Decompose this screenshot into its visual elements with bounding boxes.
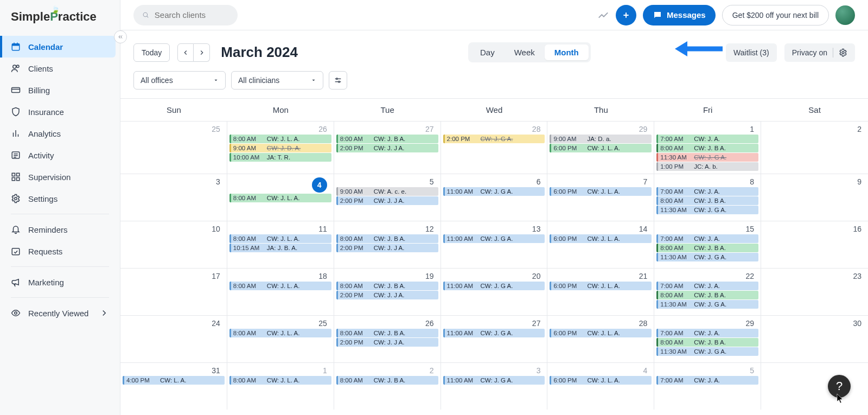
calendar-cell[interactable]: 268:00 AMCW: J. L. A.9:00 AMCW: J. D. A.… bbox=[227, 122, 334, 174]
calendar-event[interactable]: 10:15 AMJA: J. B. A. bbox=[229, 244, 331, 252]
calendar-cell[interactable]: 198:00 AMCW: J. B A.2:00 PMCW: J. J A. bbox=[334, 269, 441, 315]
calendar-cell[interactable]: 118:00 AMCW: J. L. A.10:15 AMJA: J. B. A… bbox=[227, 221, 334, 268]
calendar-cell[interactable]: 2 bbox=[761, 122, 868, 174]
calendar-event[interactable]: 8:00 AMCW: J. B A. bbox=[336, 329, 438, 337]
calendar-cell[interactable]: 59:00 AMCW: A. c. e.2:00 PMCW: J. J A. bbox=[334, 174, 441, 221]
calendar-cell[interactable]: 146:00 PMCW: J. L. A. bbox=[547, 221, 654, 268]
calendar-event[interactable]: 6:00 PMCW: J. L. A. bbox=[550, 187, 652, 196]
calendar-cell[interactable]: 18:00 AMCW: J. L. A. bbox=[227, 363, 334, 410]
calendar-event[interactable]: 9:00 AMJA: D. a. bbox=[550, 135, 652, 143]
nav-clients[interactable]: Clients bbox=[4, 58, 116, 79]
calendar-event[interactable]: 6:00 PMCW: J. L. A. bbox=[550, 329, 652, 337]
calendar-event[interactable]: 8:00 AMCW: J. L. A. bbox=[229, 282, 331, 290]
nav-settings[interactable]: Settings bbox=[4, 188, 116, 209]
calendar-event[interactable]: 2:00 PMCW: J. G A. bbox=[443, 135, 545, 143]
calendar-cell[interactable]: 314:00 PMCW: L. A. bbox=[120, 363, 227, 410]
calendar-event[interactable]: 6:00 PMCW: J. L. A. bbox=[550, 376, 652, 385]
calendar-event[interactable]: 11:00 AMCW: J. G A. bbox=[443, 234, 545, 243]
calendar-event[interactable]: 7:00 AMCW: J. A. bbox=[656, 187, 758, 196]
clinicians-select[interactable]: All clinicians bbox=[231, 71, 323, 90]
calendar-event[interactable]: 8:00 AMCW: J. B A. bbox=[336, 282, 438, 290]
calendar-cell[interactable]: 28:00 AMCW: J. B A. bbox=[334, 363, 441, 410]
next-button[interactable] bbox=[194, 43, 210, 62]
promo-button[interactable]: Get $200 off your next bill bbox=[722, 5, 829, 25]
calendar-cell[interactable]: 299:00 AMJA: D. a.6:00 PMCW: J. L. A. bbox=[547, 122, 654, 174]
calendar-cell[interactable]: 128:00 AMCW: J. B A.2:00 PMCW: J. J A. bbox=[334, 221, 441, 268]
calendar-event[interactable]: 4:00 PMCW: L. A. bbox=[123, 376, 225, 385]
calendar-event[interactable]: 7:00 AMCW: J. A. bbox=[656, 234, 758, 243]
calendar-event[interactable]: 8:00 AMCW: J. B A. bbox=[336, 135, 438, 143]
calendar-cell[interactable]: 10 bbox=[120, 221, 227, 268]
calendar-cell[interactable]: 48:00 AMCW: J. L. A. bbox=[227, 174, 334, 221]
calendar-cell[interactable]: 297:00 AMCW: J. A.8:00 AMCW: J. B A.11:3… bbox=[654, 316, 761, 362]
calendar-cell[interactable]: 87:00 AMCW: J. A.8:00 AMCW: J. B A.11:30… bbox=[654, 174, 761, 221]
calendar-cell[interactable]: 9 bbox=[761, 174, 868, 221]
nav-reminders[interactable]: Reminders bbox=[4, 219, 116, 240]
nav-analytics[interactable]: Analytics bbox=[4, 123, 116, 144]
calendar-cell[interactable]: 188:00 AMCW: J. L. A. bbox=[227, 269, 334, 315]
calendar-cell[interactable]: 46:00 PMCW: J. L. A. bbox=[547, 363, 654, 410]
waitlist-button[interactable]: Waitlist (3) bbox=[726, 43, 777, 62]
calendar-event[interactable]: 7:00 AMCW: J. A. bbox=[656, 329, 758, 337]
content-scroll[interactable]: Today March 2024 Day Week Month Waitlist… bbox=[120, 30, 868, 415]
calendar-event[interactable]: 11:30 AMCW: J. G A. bbox=[656, 153, 758, 162]
nav-activity[interactable]: Activity bbox=[4, 144, 116, 166]
calendar-cell[interactable]: 278:00 AMCW: J. B A.2:00 PMCW: J. J A. bbox=[334, 122, 441, 174]
nav-supervision[interactable]: Supervision bbox=[4, 166, 116, 188]
calendar-event[interactable]: 2:00 PMCW: J. J A. bbox=[336, 291, 438, 299]
filter-button[interactable] bbox=[329, 71, 347, 90]
calendar-event[interactable]: 8:00 AMCW: J. B A. bbox=[336, 376, 438, 385]
calendar-event[interactable]: 11:00 AMCW: J. G A. bbox=[443, 376, 545, 385]
calendar-cell[interactable]: 311:00 AMCW: J. G A. bbox=[441, 363, 548, 410]
nav-requests[interactable]: Requests bbox=[4, 240, 116, 262]
messages-button[interactable]: Messages bbox=[643, 5, 716, 25]
calendar-cell[interactable]: 157:00 AMCW: J. A.8:00 AMCW: J. B A.11:3… bbox=[654, 221, 761, 268]
calendar-event[interactable]: 11:00 AMCW: J. G A. bbox=[443, 329, 545, 337]
calendar-event[interactable]: 11:30 AMCW: J. G A. bbox=[656, 300, 758, 309]
prev-button[interactable] bbox=[177, 43, 194, 62]
calendar-event[interactable]: 8:00 AMCW: J. B A. bbox=[656, 244, 758, 252]
view-month[interactable]: Month bbox=[545, 44, 589, 60]
calendar-event[interactable]: 8:00 AMCW: J. B A. bbox=[656, 196, 758, 205]
logo[interactable]: SimpleP🍃ractice bbox=[0, 0, 120, 31]
calendar-event[interactable]: 2:00 PMCW: J. J A. bbox=[336, 338, 438, 347]
calendar-cell[interactable]: 24 bbox=[120, 316, 227, 362]
collapse-sidebar-button[interactable] bbox=[114, 30, 127, 43]
avatar[interactable] bbox=[835, 5, 855, 25]
nav-marketing[interactable]: Marketing bbox=[4, 271, 116, 293]
today-button[interactable]: Today bbox=[133, 43, 170, 62]
calendar-cell[interactable]: 258:00 AMCW: J. L. A. bbox=[227, 316, 334, 362]
trend-icon[interactable] bbox=[597, 9, 609, 21]
calendar-cell[interactable]: 1311:00 AMCW: J. G A. bbox=[441, 221, 548, 268]
nav-calendar[interactable]: Calendar bbox=[0, 36, 116, 58]
calendar-cell[interactable]: 286:00 PMCW: J. L. A. bbox=[547, 316, 654, 362]
calendar-cell[interactable]: 17:00 AMCW: J. A.8:00 AMCW: J. B A.11:30… bbox=[654, 122, 761, 174]
calendar-cell[interactable]: 227:00 AMCW: J. A.8:00 AMCW: J. B A.11:3… bbox=[654, 269, 761, 315]
calendar-cell[interactable]: 30 bbox=[761, 316, 868, 362]
calendar-event[interactable]: 8:00 AMCW: J. L. A. bbox=[229, 194, 331, 202]
nav-insurance[interactable]: Insurance bbox=[4, 101, 116, 123]
view-day[interactable]: Day bbox=[470, 44, 505, 60]
privacy-toggle[interactable]: Privacy on bbox=[784, 43, 855, 62]
nav-recently-viewed[interactable]: Recently Viewed bbox=[4, 302, 116, 324]
calendar-cell[interactable] bbox=[761, 363, 868, 410]
calendar-cell[interactable]: 282:00 PMCW: J. G A. bbox=[441, 122, 548, 174]
calendar-event[interactable]: 10:00 AMJA: T. R. bbox=[229, 153, 331, 162]
calendar-event[interactable]: 2:00 PMCW: J. J A. bbox=[336, 144, 438, 152]
calendar-event[interactable]: 9:00 AMCW: A. c. e. bbox=[336, 187, 438, 196]
calendar-cell[interactable]: 17 bbox=[120, 269, 227, 315]
calendar-cell[interactable]: 76:00 PMCW: J. L. A. bbox=[547, 174, 654, 221]
calendar-event[interactable]: 9:00 AMCW: J. D. A. bbox=[229, 144, 331, 152]
search-field[interactable] bbox=[155, 10, 229, 20]
calendar-event[interactable]: 2:00 PMCW: J. J A. bbox=[336, 196, 438, 205]
calendar-cell[interactable]: 23 bbox=[761, 269, 868, 315]
nav-billing[interactable]: Billing bbox=[4, 79, 116, 101]
calendar-event[interactable]: 11:30 AMCW: J. G A. bbox=[656, 206, 758, 214]
calendar-event[interactable]: 2:00 PMCW: J. J A. bbox=[336, 244, 438, 252]
calendar-event[interactable]: 11:30 AMCW: J. G A. bbox=[656, 253, 758, 261]
calendar-event[interactable]: 6:00 PMCW: J. L. A. bbox=[550, 144, 652, 152]
calendar-event[interactable]: 6:00 PMCW: J. L. A. bbox=[550, 234, 652, 243]
calendar-cell[interactable]: 268:00 AMCW: J. B A.2:00 PMCW: J. J A. bbox=[334, 316, 441, 362]
calendar-event[interactable]: 8:00 AMCW: J. L. A. bbox=[229, 376, 331, 385]
calendar-cell[interactable]: 2711:00 AMCW: J. G A. bbox=[441, 316, 548, 362]
